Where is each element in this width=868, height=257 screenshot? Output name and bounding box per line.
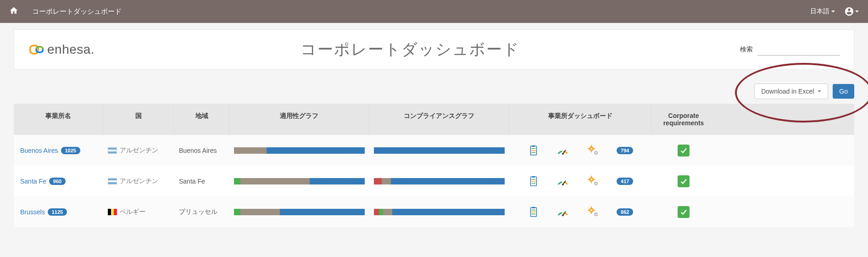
bar-segment [383, 209, 392, 215]
dashboard-icons: 794 [509, 140, 651, 161]
user-circle-icon [844, 6, 854, 17]
bar-segment [234, 147, 267, 154]
count-badge[interactable]: 1025 [61, 147, 80, 154]
check-icon[interactable] [678, 206, 690, 218]
svg-rect-27 [593, 179, 595, 180]
compliance-bar [374, 209, 505, 215]
gears-icon[interactable] [587, 206, 600, 218]
search-input[interactable] [757, 44, 840, 56]
dashboard-count-badge[interactable]: 862 [617, 208, 633, 216]
svg-point-6 [562, 153, 564, 155]
applicability-bar [234, 147, 365, 154]
dashboard-icons: 417 [509, 171, 651, 192]
clipboard-icon[interactable] [528, 175, 540, 187]
nav-title: コーポレートダッシュボード [32, 7, 122, 16]
svg-point-36 [562, 214, 564, 216]
bar-segment [267, 147, 365, 154]
svg-rect-11 [588, 148, 590, 149]
clipboard-icon[interactable] [528, 206, 540, 218]
clipboard-icon[interactable] [528, 145, 540, 156]
dashboard-icons: 862 [509, 201, 651, 223]
page-title: コーポレートダッシュボード [95, 39, 725, 60]
th-corporate: Corporate requirements [651, 104, 716, 135]
dashboard-count-badge[interactable]: 417 [617, 178, 633, 185]
bar-segment [382, 178, 391, 184]
th-dashboard: 事業所ダッシュボード [509, 104, 651, 135]
th-region: 地域 [174, 104, 229, 135]
profile-menu[interactable] [844, 6, 859, 17]
bar-segment [379, 209, 383, 215]
svg-rect-9 [591, 145, 592, 147]
language-dropdown[interactable]: 日本語 [810, 7, 835, 16]
header-card: enhesa. コーポレートダッシュボード 検索 [14, 29, 854, 70]
bar-segment [374, 147, 505, 154]
svg-rect-16 [532, 176, 535, 177]
search-label: 検索 [740, 45, 753, 54]
gears-icon[interactable] [587, 145, 600, 156]
caret-down-icon [818, 90, 821, 92]
compliance-bar [374, 178, 505, 184]
site-link[interactable]: Brussels [20, 208, 45, 216]
home-icon[interactable] [9, 6, 18, 17]
country-text: ベルギー [120, 208, 145, 216]
svg-point-23 [590, 179, 592, 180]
count-badge[interactable]: 1125 [48, 208, 67, 216]
bar-segment [240, 209, 280, 215]
site-link[interactable]: Santa Fe [20, 178, 46, 185]
bar-segment [374, 209, 379, 215]
check-icon[interactable] [678, 145, 690, 156]
table-row: Santa Fe960アルゼンチンSanta Fe417 [14, 166, 854, 196]
download-dropdown[interactable]: Download in Excel [754, 84, 828, 99]
bar-segment [391, 178, 505, 184]
svg-rect-26 [588, 179, 590, 180]
language-label: 日本語 [810, 7, 829, 16]
data-table: 事業所名 国 地域 適用性グラフ コンプライアンスグラフ 事業所ダッシュボード … [14, 104, 854, 227]
count-badge[interactable]: 960 [49, 178, 66, 185]
svg-rect-40 [591, 212, 592, 214]
region-text: Buenos Aires [179, 147, 217, 154]
svg-point-38 [590, 209, 592, 211]
region-text: ブリュッセル [179, 208, 217, 216]
svg-rect-1 [532, 145, 535, 146]
download-label: Download in Excel [761, 88, 814, 95]
gears-icon[interactable] [587, 175, 600, 187]
svg-rect-42 [593, 210, 595, 211]
svg-rect-10 [591, 151, 592, 152]
svg-rect-41 [588, 210, 590, 211]
check-icon[interactable] [678, 175, 690, 187]
gauge-icon[interactable] [556, 176, 569, 186]
svg-point-14 [595, 152, 596, 153]
dashboard-count-badge[interactable]: 794 [617, 147, 633, 154]
flag-icon [108, 209, 117, 215]
bar-segment [240, 178, 310, 184]
site-link[interactable]: Buenos Aires [20, 147, 58, 154]
gauge-icon[interactable] [556, 207, 569, 217]
table-row: Buenos Aires1025アルゼンチンBuenos Aires794 [14, 135, 854, 166]
go-button[interactable]: Go [833, 84, 854, 99]
svg-point-21 [562, 184, 564, 185]
toolbar: Download in Excel Go [14, 84, 854, 99]
svg-rect-24 [591, 176, 592, 178]
flag-icon [108, 147, 117, 154]
th-site: 事業所名 [14, 104, 103, 135]
svg-rect-31 [532, 207, 535, 208]
logo-icon [28, 43, 45, 56]
applicability-bar [234, 209, 365, 215]
svg-rect-39 [591, 207, 592, 208]
gauge-icon[interactable] [556, 145, 569, 156]
country-text: アルゼンチン [120, 177, 158, 185]
top-navbar: コーポレートダッシュボード 日本語 [0, 0, 868, 23]
table-header: 事業所名 国 地域 適用性グラフ コンプライアンスグラフ 事業所ダッシュボード … [14, 104, 854, 135]
svg-rect-12 [593, 148, 595, 149]
bar-segment [234, 178, 240, 184]
th-compliance: コンプライアンスグラフ [369, 104, 509, 135]
bar-segment [392, 209, 505, 215]
caret-down-icon [855, 11, 859, 12]
th-country: 国 [103, 104, 174, 135]
table-row: Brussels1125ベルギーブリュッセル862 [14, 196, 854, 227]
bar-segment [374, 178, 382, 184]
search-group: 検索 [725, 44, 840, 56]
region-text: Santa Fe [179, 178, 205, 185]
svg-point-8 [590, 148, 592, 150]
country-text: アルゼンチン [120, 146, 158, 155]
